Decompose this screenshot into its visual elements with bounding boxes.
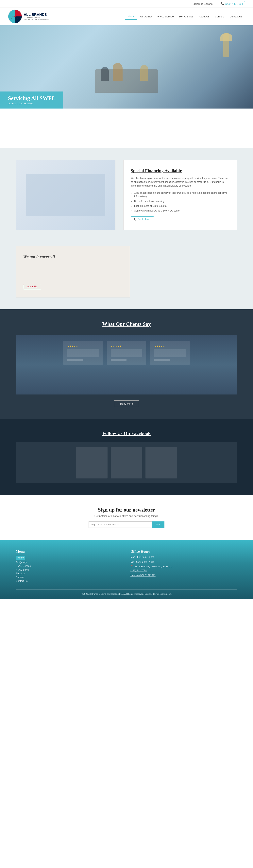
newsletter-join-label: Join xyxy=(156,523,160,526)
get-in-touch-label: Get In Touch xyxy=(138,218,151,221)
review-card-1: ★★★★★ xyxy=(63,341,103,365)
footer-menu-title: Menu xyxy=(16,550,122,554)
hero-banner: Servicing All SWFL License # CAC1821991 xyxy=(0,92,63,108)
logo-image: ALL BRANDS Cooling & Heating xyxy=(8,9,22,24)
phone-icon: 📞 xyxy=(221,2,224,5)
nav-item-home[interactable]: Home xyxy=(125,13,137,20)
newsletter-description: Get notified of all of our offers and ne… xyxy=(16,515,237,518)
financing-bullet-3: Loan amounts of $500-$25,000 xyxy=(134,204,230,208)
nav-item-careers[interactable]: Careers xyxy=(212,13,227,20)
get-in-touch-button[interactable]: 📞 Get In Touch xyxy=(131,216,154,222)
phone-number: (239) 443-7094 xyxy=(225,2,243,5)
logo-text: ALL BRANDS Cooling and Heating We Keep Y… xyxy=(24,13,49,20)
newsletter-form: Join xyxy=(16,521,237,528)
clients-section: What Our Clients Say ★★★★★ ★★★★★ ★★★★★ xyxy=(0,309,253,419)
copyright-text: ©2023 All Brands Cooling and Heating LLC… xyxy=(81,593,172,595)
svg-text:ALL: ALL xyxy=(13,14,16,16)
footer-address: 📍 3373 Brin Way Ave Maria, FL 34142 xyxy=(131,565,237,568)
financing-content: Special Financing Available We offer fin… xyxy=(123,160,237,230)
address-text: 3373 Brin Way Ave Maria, FL 34142 xyxy=(135,565,173,568)
review-card-3: ★★★★★ xyxy=(150,341,190,365)
logo-sub: Cooling and Heating xyxy=(24,17,49,19)
hero-license: License # CAC1821991 xyxy=(8,102,55,105)
footer-menu-item-home[interactable]: Home xyxy=(16,556,25,560)
financing-image-left xyxy=(16,160,115,230)
covered-title: We got it covered! xyxy=(23,254,122,259)
footer-nav-hvac-sales[interactable]: HVAC Sales xyxy=(16,568,122,571)
newsletter-title-start: Sign up xyxy=(98,507,116,513)
location-icon: 📍 xyxy=(131,565,134,568)
footer-phone[interactable]: (239) 443-7094 xyxy=(131,569,237,572)
couch-shape xyxy=(95,69,158,93)
footer-bottom: ©2023 All Brands Cooling and Heating LLC… xyxy=(16,589,237,595)
logo: ALL BRANDS Cooling & Heating ALL BRANDS … xyxy=(8,9,49,24)
footer-nav-careers[interactable]: Careers xyxy=(16,576,122,579)
facebook-section: Follow Us On Facebook xyxy=(0,419,253,495)
review-card-2: ★★★★★ xyxy=(107,341,146,365)
spacer xyxy=(0,108,253,148)
logo-tagline: We Keep You Cool, No Matter What xyxy=(24,19,49,20)
hero-people xyxy=(95,69,158,93)
financing-title: Special Financing Available xyxy=(131,168,230,173)
nav-bar: ALL BRANDS Cooling & Heating ALL BRANDS … xyxy=(0,8,253,25)
clients-title: What Our Clients Say xyxy=(16,321,237,327)
footer-office-title: Office Hours xyxy=(131,550,237,554)
reviews-area: ★★★★★ ★★★★★ ★★★★★ xyxy=(16,335,237,395)
financing-bullet-1: A quick application in the privacy of th… xyxy=(134,191,230,198)
newsletter-section: Sign up for our newsletter Get notified … xyxy=(0,495,253,540)
newsletter-input[interactable] xyxy=(88,521,152,528)
facebook-title: Follow Us On Facebook xyxy=(16,431,237,436)
financing-bullet-2: Up to 60 months of financing xyxy=(134,199,230,203)
covered-section: We got it covered! About Us xyxy=(0,242,253,309)
financing-section: Special Financing Available We offer fin… xyxy=(0,148,253,242)
about-us-button[interactable]: About Us xyxy=(23,284,41,289)
hours-weekend-text: Sat - Sun: 8 am - 4 pm xyxy=(131,560,154,563)
footer-nav-contact-us[interactable]: Contact Us xyxy=(16,580,122,583)
footer-license: License # CAC1821991 xyxy=(131,574,237,577)
covered-card: We got it covered! About Us xyxy=(16,246,130,298)
logo-brand: ALL BRANDS xyxy=(24,13,49,17)
hero-section: Servicing All SWFL License # CAC1821991 xyxy=(0,25,253,108)
main-nav: Home Air Quality HVAC Service HVAC Sales… xyxy=(125,13,245,20)
footer: Menu Home Air Quality HVAC Service HVAC … xyxy=(0,540,253,599)
read-more-label: Read More xyxy=(120,402,133,405)
newsletter-title: Sign up for our newsletter xyxy=(16,507,237,513)
read-more-button[interactable]: Read More xyxy=(114,400,139,407)
lamp-shape xyxy=(223,33,229,57)
footer-hours-weekday: Mon - Fri: 7 am - 9 pm xyxy=(131,556,237,558)
nav-item-about-us[interactable]: About Us xyxy=(196,13,212,20)
nav-item-air-quality[interactable]: Air Quality xyxy=(137,13,155,20)
phone-icon-btn: 📞 xyxy=(134,218,137,221)
footer-office-column: Office Hours Mon - Fri: 7 am - 9 pm Sat … xyxy=(131,550,237,583)
phone-button[interactable]: 📞 (239) 443-7094 xyxy=(219,1,245,6)
financing-bullet-4: Approvals with as low as a 540 FICO scor… xyxy=(134,209,230,213)
covered-right-spacer xyxy=(138,246,237,298)
svg-text:BRANDS: BRANDS xyxy=(12,16,18,18)
nav-item-hvac-sales[interactable]: HVAC Sales xyxy=(177,13,196,20)
top-bar: Hablamos Español | 📞 (239) 443-7094 xyxy=(0,0,253,8)
fb-post-1 xyxy=(76,447,108,478)
facebook-feed xyxy=(16,442,237,483)
about-us-label: About Us xyxy=(27,285,37,288)
hablamos-label: Hablamos Español xyxy=(192,2,213,5)
footer-nav-about-us[interactable]: About Us xyxy=(16,572,122,575)
footer-menu-column: Menu Home Air Quality HVAC Service HVAC … xyxy=(16,550,122,583)
nav-item-contact-us[interactable]: Contact Us xyxy=(227,13,245,20)
fb-post-2 xyxy=(111,447,142,478)
footer-nav-hvac-service[interactable]: HVAC Service xyxy=(16,565,122,567)
newsletter-title-underline: for our newsletter xyxy=(116,507,155,513)
footer-nav-air-quality[interactable]: Air Quality xyxy=(16,561,122,564)
footer-menu-list: Air Quality HVAC Service HVAC Sales Abou… xyxy=(16,561,122,583)
financing-bullets: A quick application in the privacy of th… xyxy=(131,191,230,213)
financing-description: We offer financing options for the servi… xyxy=(131,177,230,188)
hero-title: Servicing All SWFL xyxy=(8,95,55,101)
fb-post-3 xyxy=(145,447,177,478)
footer-grid: Menu Home Air Quality HVAC Service HVAC … xyxy=(16,550,237,583)
newsletter-join-button[interactable]: Join xyxy=(152,521,165,528)
nav-item-hvac-service[interactable]: HVAC Service xyxy=(155,13,177,20)
hours-weekday-text: Mon - Fri: 7 am - 9 pm xyxy=(131,556,154,558)
svg-text:Cooling & Heating: Cooling & Heating xyxy=(11,18,19,20)
footer-hours-weekend: Sat - Sun: 8 am - 4 pm xyxy=(131,560,237,563)
